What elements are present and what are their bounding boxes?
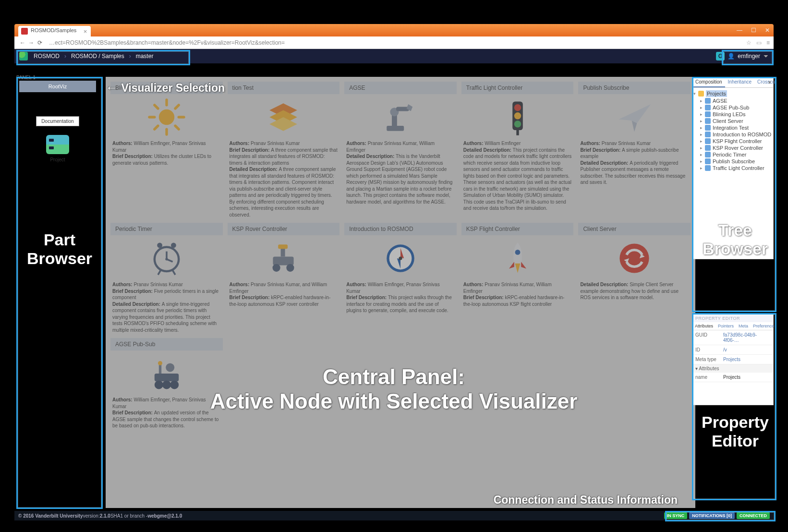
tree-item[interactable]: ▸Integration Test <box>693 124 772 131</box>
tree-item[interactable]: ▸Blinking LEDs <box>693 111 772 118</box>
node-icon <box>705 152 711 157</box>
chevron-down-icon[interactable]: ⏷ <box>763 53 769 60</box>
svg-marker-21 <box>619 104 651 123</box>
window-minimize-icon[interactable]: — <box>737 27 742 34</box>
tree-tab-crosscut[interactable]: Crosscut <box>754 77 779 87</box>
tree-item[interactable]: ▸Traffic Light Controller <box>693 165 772 171</box>
tree-tab-inheritance[interactable]: Inheritance <box>725 77 754 87</box>
panel-1-label: PANEL 1 <box>16 75 36 80</box>
svg-point-33 <box>287 264 294 272</box>
app-logo-icon[interactable] <box>19 52 28 60</box>
window-close-icon[interactable]: ✕ <box>765 27 770 34</box>
browser-tab[interactable]: ROSMOD/Samples × <box>18 26 91 36</box>
url-bar: ← → ⟳ …ect=ROSMOD%2BSamples&branch=maste… <box>14 36 774 49</box>
caret-right-icon[interactable]: ▸ <box>700 98 705 103</box>
tree-tab-composition[interactable]: Composition <box>692 77 725 87</box>
tree-item-label: KSP Rover Controller <box>713 145 763 151</box>
svg-line-29 <box>158 270 160 275</box>
project-card[interactable]: AGSE Pub-SubAuthors: William Emfinger, P… <box>110 338 223 429</box>
prop-value[interactable]: Projects <box>721 355 773 364</box>
project-card[interactable]: BliAuthors: William Emfinger, Pranav Sri… <box>110 82 223 218</box>
project-card[interactable]: Periodic TimerAuthors: Pranav Srinivas K… <box>110 223 223 333</box>
nav-forward-icon[interactable]: → <box>27 39 36 46</box>
breadcrumb-item[interactable]: ROSMOD / Samples <box>71 53 124 60</box>
window-maximize-icon[interactable]: ☐ <box>751 27 756 34</box>
caret-right-icon[interactable]: ▸ <box>700 132 705 137</box>
menu-icon[interactable]: ≡ <box>766 39 770 46</box>
caret-right-icon[interactable]: ▸ <box>700 139 705 144</box>
user-name[interactable]: emfinger <box>738 53 760 60</box>
prop-value[interactable]: /v <box>721 345 773 354</box>
copyright-text: © 2016 Vanderbilt University <box>18 513 83 519</box>
tree-item[interactable]: ▸Publish Subscribe <box>693 158 772 165</box>
visualizer-tab[interactable]: RootViz <box>19 81 96 92</box>
nav-back-icon[interactable]: ← <box>18 39 27 46</box>
filter-icon[interactable]: ▾ <box>768 79 771 85</box>
tab-close-icon[interactable]: × <box>84 28 87 35</box>
prop-value[interactable]: Projects <box>721 373 773 382</box>
card-title: tion Test <box>228 82 340 94</box>
breadcrumb-item[interactable]: master <box>136 53 154 60</box>
card-icon <box>578 94 691 140</box>
card-icon <box>344 235 457 281</box>
url-text[interactable]: …ect=ROSMOD%2BSamples&branch=master&node… <box>44 39 746 46</box>
extension-icon[interactable]: ▭ <box>756 39 762 46</box>
project-card[interactable]: KSP Flight ControllerAuthors: Pranav Sri… <box>461 223 574 333</box>
prop-tab-pointers[interactable]: Pointers <box>715 322 736 330</box>
caret-right-icon[interactable]: ▸ <box>700 159 705 164</box>
tree-root[interactable]: Projects <box>706 90 727 97</box>
node-icon <box>705 138 711 144</box>
project-card[interactable]: KSP Rover ControllerAuthors: Pranav Srin… <box>228 223 340 333</box>
prop-tab-attributes[interactable]: Attributes <box>692 322 715 330</box>
project-card[interactable]: Client ServerDetailed Description: Simpl… <box>578 223 691 333</box>
tree-item[interactable]: ▸AGSE <box>693 97 772 104</box>
project-icon[interactable] <box>46 135 69 154</box>
project-card[interactable]: Traffic Light ControllerAuthors: William… <box>461 82 574 218</box>
nav-reload-icon[interactable]: ⟳ <box>36 39 44 46</box>
caret-down-icon[interactable]: ▾ <box>693 91 698 96</box>
tree-item[interactable]: ▸Periodic Timer <box>693 151 772 158</box>
status-insync-pill[interactable]: IN SYNC <box>664 512 688 519</box>
node-icon <box>705 145 711 151</box>
user-avatar-badge[interactable]: G <box>716 52 725 60</box>
tree-item[interactable]: ▸KSP Rover Controller <box>693 145 772 151</box>
node-icon <box>705 98 711 104</box>
node-icon <box>705 132 711 137</box>
caret-right-icon[interactable]: ▸ <box>700 112 705 117</box>
card-body: Authors: Pranav Srinivas KumarBrief Desc… <box>578 140 691 186</box>
tree-item[interactable]: ▸AGSE Pub-Sub <box>693 104 772 111</box>
status-connected-pill[interactable]: CONNECTED <box>737 512 770 519</box>
prop-tab-meta[interactable]: Meta <box>736 322 751 330</box>
browser-tab-bar: ROSMOD/Samples × — ☐ ✕ <box>14 24 774 36</box>
tree-item-label: Client Server <box>713 118 743 124</box>
tree-item[interactable]: ▸Client Server <box>693 118 772 124</box>
caret-right-icon[interactable]: ▸ <box>700 166 705 170</box>
property-editor-panel: PROPERTY EDITOR Attributes Pointers Meta… <box>692 314 774 405</box>
caret-right-icon[interactable]: ▸ <box>700 105 705 110</box>
tree-item-label: AGSE Pub-Sub <box>713 105 749 110</box>
prop-section[interactable]: ▾ Attributes <box>692 364 773 373</box>
project-label: Project <box>50 157 65 162</box>
chevron-right-icon: › <box>129 53 131 60</box>
tree-item[interactable]: ▸Introduction to ROSMOD <box>693 131 772 138</box>
project-card[interactable]: Introduction to ROSMODAuthors: William E… <box>344 223 457 333</box>
prop-tab-preference[interactable]: Preference <box>751 322 776 330</box>
caret-right-icon[interactable]: ▸ <box>700 152 705 157</box>
star-icon[interactable]: ☆ <box>746 39 752 46</box>
breadcrumb-item[interactable]: ROSMOD <box>34 53 60 60</box>
tree-item[interactable]: ▸KSP Flight Controller <box>693 138 772 145</box>
prop-key: name <box>692 373 721 382</box>
prop-value[interactable]: fa73d98c-04b9-4f06-… <box>721 330 773 345</box>
card-icon <box>110 94 223 140</box>
status-notifications-pill[interactable]: NOTIFICATIONS [0] <box>689 512 735 519</box>
project-card[interactable]: AGSEAuthors: Pranav Srinivas Kumar, Will… <box>344 82 457 218</box>
caret-right-icon[interactable]: ▸ <box>700 119 705 123</box>
project-card[interactable]: Publish SubscribeAuthors: Pranav Sriniva… <box>578 82 691 218</box>
documentation-button[interactable]: Documentation <box>36 116 79 126</box>
caret-right-icon[interactable]: ▸ <box>700 125 705 130</box>
caret-right-icon[interactable]: ▸ <box>700 145 705 150</box>
node-icon <box>705 158 711 164</box>
svg-point-52 <box>166 363 174 372</box>
svg-marker-44 <box>515 264 520 273</box>
project-card[interactable]: tion TestAuthors: Pranav Srinivas KumarB… <box>228 82 340 218</box>
